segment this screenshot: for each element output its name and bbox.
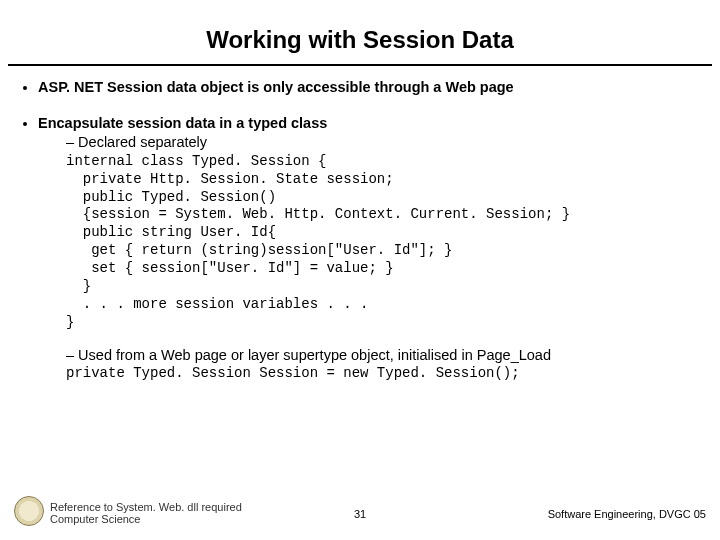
footer-left-text: Reference to System. Web. dll required C… bbox=[50, 501, 242, 526]
title-rule bbox=[8, 64, 712, 66]
bullet-list: ASP. NET Session data object is only acc… bbox=[20, 78, 700, 383]
bullet-2-sub-2: Used from a Web page or layer supertype … bbox=[38, 346, 700, 366]
code-block-1: internal class Typed. Session { private … bbox=[38, 153, 700, 332]
slide-title: Working with Session Data bbox=[0, 0, 720, 64]
bullet-2-text: Encapsulate session data in a typed clas… bbox=[38, 115, 327, 131]
slide-content: ASP. NET Session data object is only acc… bbox=[0, 78, 720, 383]
bullet-1: ASP. NET Session data object is only acc… bbox=[38, 78, 700, 98]
footer-left-line2: Computer Science bbox=[50, 513, 242, 526]
footer-left: Reference to System. Web. dll required C… bbox=[14, 496, 242, 526]
footer-right: Software Engineering, DVGC 05 bbox=[548, 508, 706, 520]
slide: Working with Session Data ASP. NET Sessi… bbox=[0, 0, 720, 540]
bullet-1-text: ASP. NET Session data object is only acc… bbox=[38, 79, 514, 95]
university-seal-icon bbox=[14, 496, 44, 526]
page-number: 31 bbox=[354, 508, 366, 520]
bullet-2-sub-1: Declared separately bbox=[38, 133, 700, 153]
footer-left-line1: Reference to System. Web. dll required bbox=[50, 501, 242, 514]
bullet-2: Encapsulate session data in a typed clas… bbox=[38, 114, 700, 384]
code-block-2: private Typed. Session Session = new Typ… bbox=[38, 365, 700, 383]
